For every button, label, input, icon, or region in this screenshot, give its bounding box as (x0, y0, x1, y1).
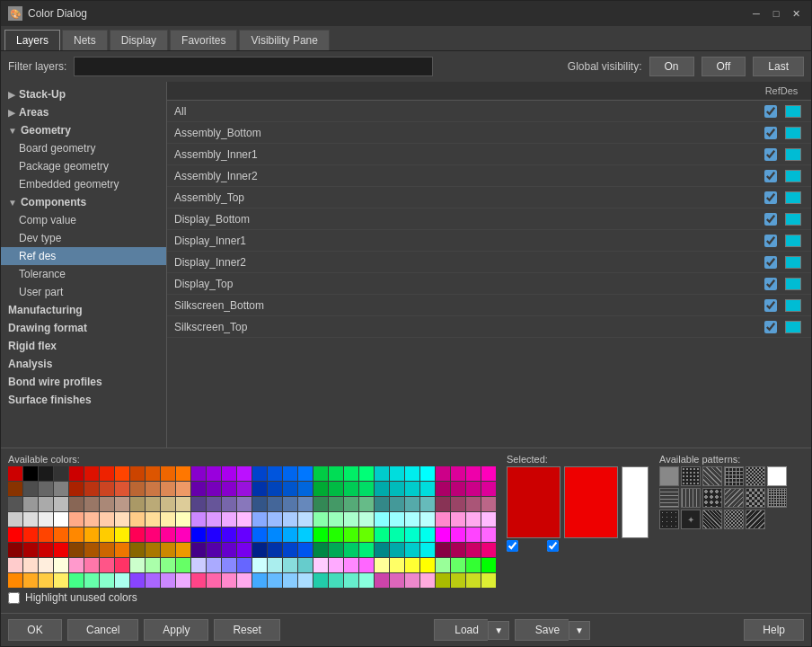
color-cell[interactable] (130, 543, 145, 557)
color-cell[interactable] (23, 527, 38, 542)
layer-visibility-checkbox[interactable] (764, 191, 777, 204)
color-cell[interactable] (8, 466, 22, 481)
color-cell[interactable] (283, 543, 297, 557)
color-cell[interactable] (298, 466, 313, 481)
color-cell[interactable] (222, 527, 236, 542)
swatch1-checkbox[interactable] (507, 540, 518, 552)
color-cell[interactable] (23, 543, 38, 557)
color-cell[interactable] (313, 482, 328, 496)
color-cell[interactable] (39, 543, 53, 557)
pattern-10[interactable] (702, 510, 722, 529)
tree-item-embedded-geometry[interactable]: Embedded geometry (1, 175, 166, 193)
color-cell[interactable] (451, 543, 465, 557)
close-button[interactable]: ✕ (788, 5, 804, 22)
color-cell[interactable] (39, 558, 53, 572)
color-cell[interactable] (405, 482, 419, 496)
tree-item-components[interactable]: ▼ Components (1, 193, 166, 211)
color-cell[interactable] (329, 497, 343, 511)
color-cell[interactable] (390, 543, 404, 557)
color-cell[interactable] (222, 543, 236, 557)
tab-nets[interactable]: Nets (62, 30, 108, 50)
swatch2-checkbox[interactable] (547, 540, 559, 552)
color-cell[interactable] (161, 558, 175, 572)
color-cell[interactable] (359, 512, 374, 527)
color-cell[interactable] (39, 482, 53, 496)
color-cell[interactable] (161, 543, 175, 557)
layer-visibility-checkbox[interactable] (764, 299, 777, 312)
color-cell[interactable] (39, 527, 53, 542)
color-cell[interactable] (344, 573, 358, 588)
cancel-button[interactable]: Cancel (67, 619, 138, 641)
tree-item-areas[interactable]: ▶ Areas (1, 103, 166, 121)
color-cell[interactable] (268, 543, 282, 557)
layer-visibility-checkbox[interactable] (764, 105, 777, 118)
color-cell[interactable] (268, 466, 282, 481)
color-cell[interactable] (420, 558, 435, 572)
color-cell[interactable] (390, 527, 404, 542)
color-cell[interactable] (161, 482, 175, 496)
pattern-3[interactable] (681, 488, 701, 508)
color-cell[interactable] (436, 527, 450, 542)
pattern-5[interactable] (724, 488, 744, 508)
color-cell[interactable] (313, 573, 328, 588)
help-button[interactable]: Help (744, 619, 804, 641)
color-cell[interactable] (191, 466, 206, 481)
color-cell[interactable] (283, 482, 297, 496)
color-cell[interactable] (344, 543, 358, 557)
color-cell[interactable] (207, 543, 221, 557)
tree-item-tolerance[interactable]: Tolerance (1, 265, 166, 283)
tree-item-rigid-flex[interactable]: Rigid flex (1, 337, 166, 355)
tree-item-drawing-format[interactable]: Drawing format (1, 319, 166, 337)
color-cell[interactable] (8, 482, 22, 496)
pattern-6[interactable] (746, 488, 765, 508)
color-cell[interactable] (69, 543, 84, 557)
color-cell[interactable] (283, 573, 297, 588)
color-cell[interactable] (268, 527, 282, 542)
color-cell[interactable] (8, 497, 22, 511)
layer-visibility-checkbox[interactable] (764, 148, 777, 161)
tree-item-geometry[interactable]: ▼ Geometry (1, 121, 166, 139)
tree-item-surface-finishes[interactable]: Surface finishes (1, 391, 166, 409)
color-cell[interactable] (39, 497, 53, 511)
color-cell[interactable] (146, 482, 160, 496)
layer-color-swatch[interactable] (785, 191, 801, 204)
color-cell[interactable] (451, 558, 465, 572)
selected-swatch-1[interactable] (507, 466, 560, 538)
color-cell[interactable] (207, 512, 221, 527)
color-cell[interactable] (420, 543, 435, 557)
color-cell[interactable] (268, 512, 282, 527)
layer-color-swatch[interactable] (785, 170, 801, 182)
color-cell[interactable] (405, 558, 419, 572)
color-cell[interactable] (298, 558, 313, 572)
color-cell[interactable] (207, 497, 221, 511)
color-cell[interactable] (466, 543, 481, 557)
color-cell[interactable] (283, 527, 297, 542)
color-cell[interactable] (436, 543, 450, 557)
color-cell[interactable] (359, 558, 374, 572)
color-cell[interactable] (237, 482, 252, 496)
color-cell[interactable] (390, 512, 404, 527)
color-cell[interactable] (436, 512, 450, 527)
color-cell[interactable] (115, 527, 129, 542)
color-cell[interactable] (100, 543, 114, 557)
color-cell[interactable] (390, 497, 404, 511)
color-cell[interactable] (451, 527, 465, 542)
color-cell[interactable] (100, 527, 114, 542)
color-cell[interactable] (237, 543, 252, 557)
color-cell[interactable] (268, 573, 282, 588)
color-cell[interactable] (84, 543, 99, 557)
save-button[interactable]: Save (515, 619, 569, 641)
color-cell[interactable] (466, 512, 481, 527)
color-cell[interactable] (69, 527, 84, 542)
layer-color-swatch[interactable] (785, 299, 801, 312)
pattern-2[interactable] (659, 488, 679, 508)
reset-button[interactable]: Reset (214, 619, 279, 641)
color-cell[interactable] (283, 512, 297, 527)
color-cell[interactable] (329, 573, 343, 588)
highlight-unused-checkbox[interactable] (8, 592, 20, 604)
color-cell[interactable] (359, 466, 374, 481)
tree-item-bond-wire-profiles[interactable]: Bond wire profiles (1, 373, 166, 391)
layer-visibility-checkbox[interactable] (764, 278, 777, 290)
color-cell[interactable] (23, 497, 38, 511)
color-cell[interactable] (313, 527, 328, 542)
